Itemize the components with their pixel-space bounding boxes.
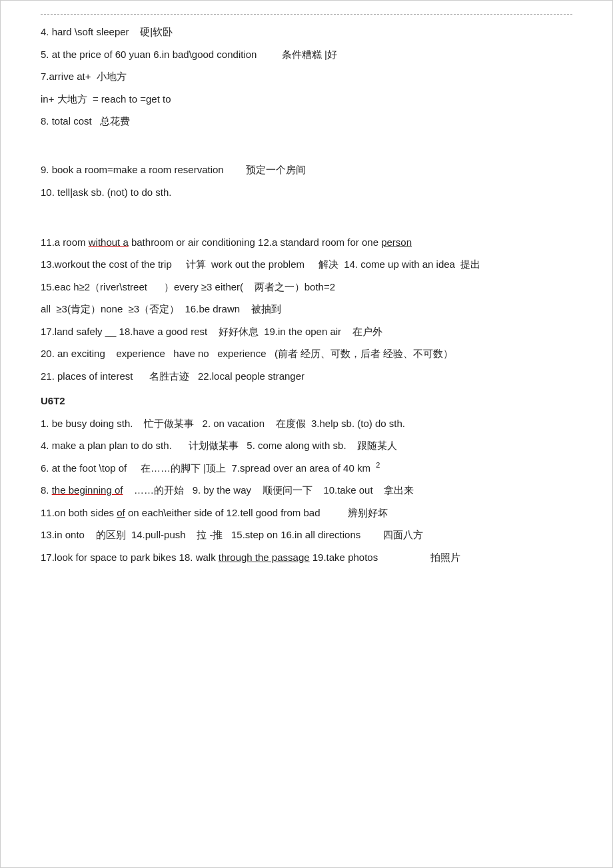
line-item: 11.a room without a bathroom or air cond… [41, 232, 572, 253]
line-item: in+ 大地方 = reach to =get to [41, 89, 572, 110]
line-item [41, 209, 572, 230]
line-item: 15.eac h≥2（river\street ）every ≥3 either… [41, 276, 572, 298]
line-item: 8. total cost 总花费 [41, 111, 572, 132]
line-item: 17.land safely __ 18.have a good rest 好好… [41, 321, 572, 342]
underline-text: the beginning of [52, 484, 123, 496]
underline-text: of [117, 507, 125, 518]
on-vacation-text: on vacation [213, 418, 265, 429]
underline-text: person [381, 236, 412, 248]
line-item: 10. tell|ask sb. (not) to do sth. [41, 182, 572, 203]
line-item: 8. the beginning of ……的开始 9. by the way … [41, 480, 572, 501]
line-item: 1. be busy doing sth. 忙于做某事 2. on vacati… [41, 413, 572, 434]
line-item: all ≥3(肯定）none ≥3（否定） 16.be drawn 被抽到 [41, 298, 572, 320]
underline-text: without a [89, 236, 129, 248]
line-item: 17.look for space to park bikes 18. walk… [41, 547, 572, 568]
underline-text: through the passage [219, 552, 310, 563]
line-item: 9. book a room=make a room reservation 预… [41, 159, 572, 181]
line-item: 11.on both sides of on each\either side … [41, 502, 572, 524]
line-item [41, 137, 572, 159]
line-item: 4. hard \soft sleeper 硬|软卧 [41, 21, 572, 43]
line-item: 7.arrive at+ 小地方 [41, 66, 572, 87]
line-item: 5. at the price of 60 yuan 6.in bad\good… [41, 44, 572, 65]
line-item: 4. make a plan plan to do sth. 计划做某事 5. … [41, 435, 572, 456]
page-container: 4. hard \soft sleeper 硬|软卧 5. at the pri… [0, 0, 613, 868]
line-item: 13.workout the cost of the trip 计算 work … [41, 254, 572, 275]
line-item: 6. at the foot \top of 在……的脚下 |顶上 7.spre… [41, 458, 572, 479]
section-title: U6T2 [41, 390, 572, 412]
line-item: 20. an exciting experience have no exper… [41, 343, 572, 364]
content-block: 4. hard \soft sleeper 硬|软卧 5. at the pri… [41, 14, 572, 568]
line-item: 13.in onto 的区别 14.pull-push 拉 -推 15.step… [41, 524, 572, 546]
superscript-text: 2 [376, 461, 380, 469]
line-item: 21. places of interest 名胜古迹 22.local peo… [41, 366, 572, 387]
